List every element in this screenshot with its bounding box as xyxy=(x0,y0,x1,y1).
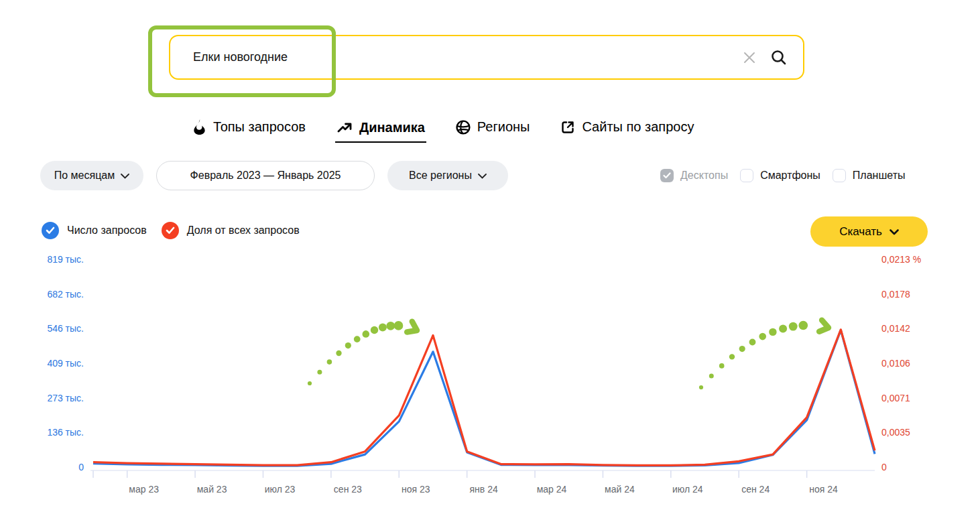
tab-label: Регионы xyxy=(477,119,530,135)
date-range-picker[interactable]: Февраль 2023 — Январь 2025 xyxy=(156,161,375,190)
region-value: Все регионы xyxy=(409,170,472,182)
checkbox-desktops[interactable]: Десктопы xyxy=(660,169,728,182)
x-axis-label: мар 24 xyxy=(522,484,582,495)
chart-canvas xyxy=(0,251,980,512)
legend-label: Доля от всех запросов xyxy=(187,225,300,237)
y-axis-label: 0,0142 xyxy=(881,322,955,334)
group-by-dropdown[interactable]: По месяцам xyxy=(40,161,143,190)
x-axis-label: май 24 xyxy=(589,484,650,495)
legend-label: Число запросов xyxy=(67,225,147,237)
checkbox-label: Смартфоны xyxy=(760,170,820,182)
date-range-value: Февраль 2023 — Январь 2025 xyxy=(190,170,341,182)
tab-regions[interactable]: Регионы xyxy=(454,119,532,142)
tab-dynamics[interactable]: Динамика xyxy=(335,119,426,143)
flame-icon xyxy=(192,119,206,135)
download-button[interactable]: Скачать xyxy=(810,216,928,247)
globe-icon xyxy=(456,120,471,135)
y-axis-label: 0,0178 xyxy=(881,288,955,300)
external-link-icon xyxy=(560,120,575,135)
legend-toggle-queries[interactable]: Число запросов xyxy=(42,222,147,239)
y-axis-label: 819 тыс. xyxy=(0,253,84,265)
x-axis-label: июл 23 xyxy=(249,484,310,495)
y-axis-label: 409 тыс. xyxy=(0,357,84,369)
region-dropdown[interactable]: Все регионы xyxy=(387,161,508,190)
legend-toggle-share[interactable]: Доля от всех запросов xyxy=(162,222,300,239)
search-query-text[interactable]: Елки новогодние xyxy=(193,50,288,64)
checkbox-icon xyxy=(740,169,753,182)
checkbox-icon xyxy=(833,169,846,182)
y-axis-label: 273 тыс. xyxy=(0,392,84,404)
legend-check-icon-blue xyxy=(42,222,59,239)
x-axis-label: июл 24 xyxy=(658,484,718,495)
x-axis-label: сен 24 xyxy=(725,484,786,495)
x-axis-label: мар 23 xyxy=(114,484,174,495)
chevron-down-icon xyxy=(478,170,487,182)
y-axis-label: 136 тыс. xyxy=(0,426,84,438)
tab-label: Сайты по запросу xyxy=(582,119,694,135)
checkbox-icon xyxy=(660,169,674,182)
tab-top-queries[interactable]: Топы запросов xyxy=(191,119,307,142)
x-axis-label: янв 24 xyxy=(454,484,514,495)
search-input[interactable]: Елки новогодние xyxy=(169,35,804,80)
tab-bar: Топы запросов Динамика Регионы Сайты по … xyxy=(191,119,695,143)
y-axis-label: 0 xyxy=(0,461,84,473)
x-axis-label: май 23 xyxy=(182,484,242,495)
chart-legend: Число запросов Доля от всех запросов xyxy=(42,222,300,239)
checkbox-tablets[interactable]: Планшеты xyxy=(833,169,906,182)
x-axis-label: ноя 23 xyxy=(385,484,446,495)
trend-up-icon xyxy=(336,119,353,135)
y-axis-label: 0,0213 % xyxy=(881,253,955,265)
tab-label: Топы запросов xyxy=(213,119,306,135)
tab-sites-by-query[interactable]: Сайты по запросу xyxy=(559,119,695,142)
checkbox-smartphones[interactable]: Смартфоны xyxy=(740,169,820,182)
y-axis-label: 546 тыс. xyxy=(0,322,84,334)
dynamics-chart: 819 тыс.682 тыс.546 тыс.409 тыс.273 тыс.… xyxy=(0,251,980,512)
clear-search-icon[interactable] xyxy=(735,43,764,72)
x-axis-label: сен 23 xyxy=(318,484,378,495)
checkbox-label: Десктопы xyxy=(680,170,728,182)
download-label: Скачать xyxy=(839,225,882,239)
device-filters: Десктопы Смартфоны Планшеты xyxy=(660,161,905,190)
y-axis-label: 0,0106 xyxy=(881,357,955,369)
chevron-down-icon xyxy=(890,225,899,239)
tab-label: Динамика xyxy=(359,120,425,135)
y-axis-label: 0 xyxy=(881,461,955,473)
legend-check-icon-red xyxy=(162,222,179,239)
checkbox-label: Планшеты xyxy=(853,170,906,182)
y-axis-label: 0,0035 xyxy=(881,426,955,438)
y-axis-label: 682 тыс. xyxy=(0,288,84,300)
y-axis-label: 0,0071 xyxy=(881,392,955,404)
chevron-down-icon xyxy=(121,170,129,182)
search-submit-icon[interactable] xyxy=(764,43,794,72)
x-axis-label: ноя 24 xyxy=(794,484,854,495)
group-by-value: По месяцам xyxy=(54,170,115,182)
